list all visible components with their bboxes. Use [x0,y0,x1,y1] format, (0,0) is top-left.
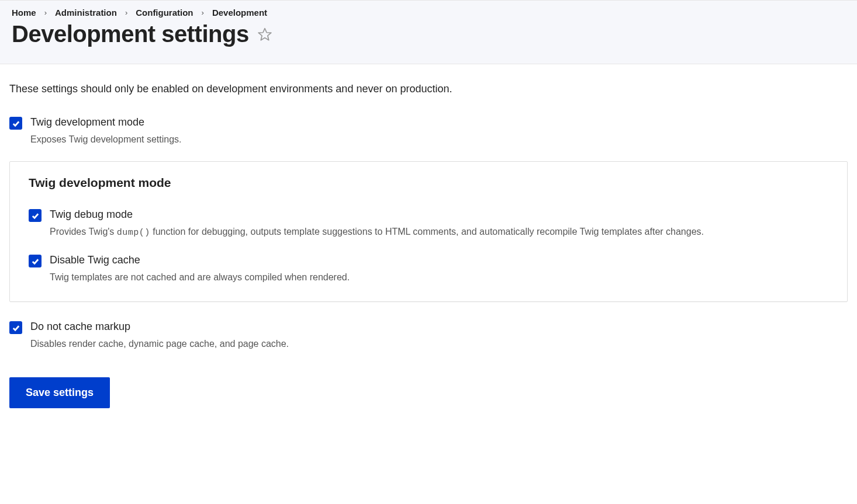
content-region: These settings should only be enabled on… [0,64,857,432]
desc-twig-debug-pre: Provides Twig's [50,227,117,237]
chevron-right-icon: › [202,8,204,17]
option-twig-cache-disable: Disable Twig cache Twig templates are no… [29,254,828,283]
breadcrumb: Home › Administration › Configuration › … [12,8,845,18]
option-twig-debug: Twig debug mode Provides Twig's dump() f… [29,208,828,238]
save-button[interactable]: Save settings [9,377,110,408]
page-title: Development settings [12,21,249,47]
svg-marker-0 [258,28,271,40]
option-no-cache-markup: Do not cache markup Disables render cach… [9,321,848,349]
fieldset-twig-dev-mode: Twig development mode Twig debug mode Pr… [9,161,848,302]
label-twig-debug[interactable]: Twig debug mode [50,208,133,221]
desc-twig-cache-disable: Twig templates are not cached and are al… [50,272,828,283]
breadcrumb-home[interactable]: Home [12,8,36,18]
star-icon[interactable] [257,27,272,42]
header-region: Home › Administration › Configuration › … [0,0,857,64]
label-twig-dev-mode[interactable]: Twig development mode [30,116,144,128]
desc-twig-dev-mode: Exposes Twig development settings. [30,134,848,145]
checkbox-twig-debug[interactable] [29,209,42,222]
desc-twig-debug: Provides Twig's dump() function for debu… [50,227,828,238]
chevron-right-icon: › [44,8,47,17]
intro-text: These settings should only be enabled on… [9,83,848,95]
checkbox-no-cache-markup[interactable] [9,321,22,334]
breadcrumb-administration[interactable]: Administration [55,8,117,18]
checkbox-twig-dev-mode[interactable] [9,117,22,130]
label-no-cache-markup[interactable]: Do not cache markup [30,321,130,333]
label-twig-cache-disable[interactable]: Disable Twig cache [50,254,140,266]
breadcrumb-development[interactable]: Development [212,8,267,18]
fieldset-title: Twig development mode [29,176,828,190]
chevron-right-icon: › [125,8,127,17]
code-dump: dump() [117,228,150,238]
desc-no-cache-markup: Disables render cache, dynamic page cach… [30,339,848,349]
option-twig-dev-mode: Twig development mode Exposes Twig devel… [9,116,848,145]
checkbox-twig-cache-disable[interactable] [29,255,42,267]
desc-twig-debug-post: function for debugging, outputs template… [150,227,704,237]
page-title-row: Development settings [12,21,845,47]
breadcrumb-configuration[interactable]: Configuration [136,8,193,18]
